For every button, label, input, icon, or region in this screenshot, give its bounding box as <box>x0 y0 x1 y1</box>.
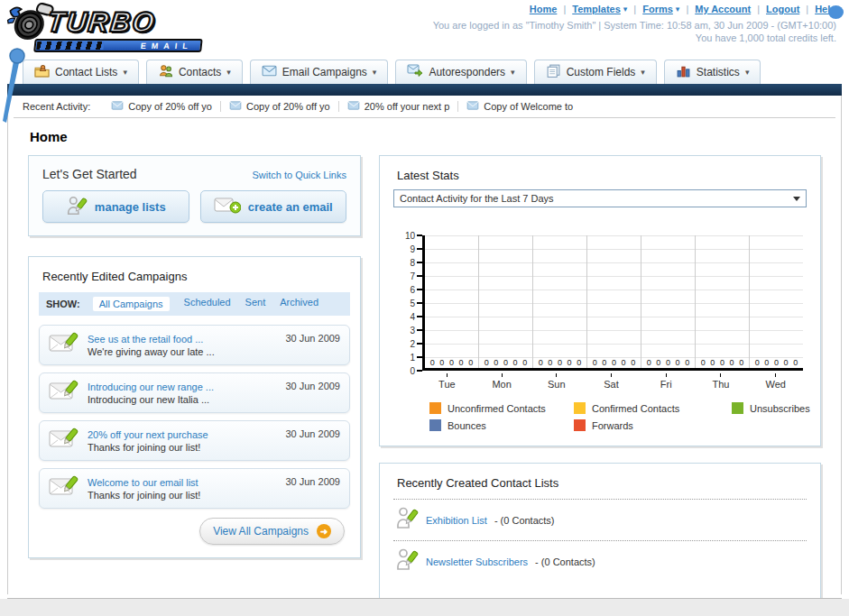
tab-contact-lists[interactable]: Contact Lists▾ <box>23 60 139 84</box>
value-label: 0 <box>730 358 734 367</box>
main-nav-tabs: Contact Lists▾Contacts▾Email Campaigns▾A… <box>0 58 849 84</box>
nav-link-home[interactable]: Home <box>530 4 558 14</box>
folder-user-icon <box>34 64 50 81</box>
x-axis-day: Sat <box>584 373 639 390</box>
contact-list-item[interactable]: Newsletter Subscribers- (0 Contacts) <box>393 540 807 582</box>
view-all-campaigns-button[interactable]: View All Campaigns ➜ <box>199 518 345 545</box>
campaign-item[interactable]: 20% off your next purchaseThanks for joi… <box>39 420 350 461</box>
filter-all-campaigns[interactable]: All Campaigns <box>93 297 170 311</box>
y-tick-label: 8 <box>410 258 415 268</box>
campaign-title-link[interactable]: Introducing our new range ... <box>88 382 277 392</box>
campaign-title-link[interactable]: See us at the retail food ... <box>88 334 277 345</box>
y-tick-label: 7 <box>410 271 415 281</box>
value-label: 0 <box>577 358 581 367</box>
get-started-panel: Let's Get Started Switch to Quick Links <box>28 155 361 236</box>
filter-links: All CampaignsScheduledSentArchived <box>93 297 318 311</box>
nav-link-logout[interactable]: Logout <box>766 4 799 14</box>
recent-activity-item[interactable]: Copy of 20% off yo <box>220 101 338 112</box>
tab-email-campaigns[interactable]: Email Campaigns▾ <box>250 60 389 84</box>
envelope-pencil-icon <box>49 474 79 502</box>
manage-lists-button[interactable]: manage lists <box>42 190 189 223</box>
value-label: 0 <box>784 358 789 367</box>
contact-list-items: Exhibition List- (0 Contacts)Newsletter … <box>393 499 807 582</box>
page-title: Home <box>30 129 821 144</box>
value-label: 0 <box>622 358 626 367</box>
nav-link-templates[interactable]: Templates <box>572 4 621 14</box>
campaign-text: See us at the retail food ...We're givin… <box>88 334 277 357</box>
x-axis-day: Sun <box>529 373 584 390</box>
value-label: 0 <box>593 358 597 367</box>
manage-lists-label: manage lists <box>95 200 166 214</box>
campaign-item[interactable]: Welcome to our email listThanks for join… <box>39 468 350 509</box>
nav-link-my-account[interactable]: My Account <box>695 4 751 14</box>
tab-label: Contact Lists <box>55 66 117 78</box>
tab-statistics[interactable]: Statistics▾ <box>664 60 761 84</box>
bar-chart-icon <box>676 64 691 81</box>
legend-swatch <box>574 402 586 414</box>
filter-archived[interactable]: Archived <box>280 297 318 311</box>
stats-period-select[interactable]: Contact Activity for the Last 7 Days <box>393 189 807 207</box>
value-label: 0 <box>774 358 779 367</box>
series-value-labels: 00000 <box>696 358 749 367</box>
x-tick-mark <box>502 373 503 377</box>
filter-sent[interactable]: Sent <box>245 297 266 311</box>
page: TURBO EMAIL HomeTemplates▾Forms▾My Accou… <box>0 0 849 616</box>
series-value-labels: 00000 <box>425 358 478 367</box>
value-label: 0 <box>755 358 760 367</box>
envelope-icon <box>262 64 277 80</box>
switch-to-quick-links-link[interactable]: Switch to Quick Links <box>252 170 346 180</box>
chart-day-group: 00000 <box>750 235 803 368</box>
legend-item: Unconfirmed Contacts <box>429 402 574 414</box>
x-axis-day: Wed <box>748 373 803 390</box>
contact-list-item[interactable]: Exhibition List- (0 Contacts) <box>393 499 807 540</box>
legend-item: Forwards <box>574 419 732 431</box>
value-label: 0 <box>602 358 606 367</box>
tab-autoresponders[interactable]: Autoresponders▾ <box>395 60 526 84</box>
y-tick-label: 9 <box>410 244 415 254</box>
tab-contacts[interactable]: Contacts▾ <box>146 60 243 84</box>
login-status: You are logged in as "Timothy Smith" | S… <box>433 19 836 44</box>
value-label: 0 <box>631 358 635 367</box>
envelope-icon <box>347 101 360 112</box>
chart-day-group: 00000 <box>696 235 750 368</box>
y-tick-label: 4 <box>410 312 415 322</box>
value-label: 0 <box>439 358 444 367</box>
recent-activity-item[interactable]: Copy of 20% off yo <box>103 101 220 112</box>
top-nav-item: Home <box>530 4 558 14</box>
tab-custom-fields[interactable]: Custom Fields▾ <box>534 60 657 84</box>
value-label: 0 <box>522 358 527 367</box>
campaign-title-link[interactable]: 20% off your next purchase <box>88 429 277 440</box>
help-bubble-icon[interactable] <box>828 5 844 19</box>
value-label: 0 <box>449 358 454 367</box>
app-logo: TURBO EMAIL <box>3 3 225 52</box>
chart-y-axis: 109876543210 <box>399 233 422 373</box>
person-pencil-icon <box>395 506 419 534</box>
contact-list-link[interactable]: Exhibition List <box>426 515 487 526</box>
x-tick-mark <box>720 373 721 377</box>
legend-swatch <box>429 402 441 414</box>
recent-activity-items: Copy of 20% off yoCopy of 20% off yo20% … <box>103 101 581 112</box>
nav-link-forms[interactable]: Forms <box>642 4 673 14</box>
create-email-label: create an email <box>248 200 333 214</box>
recent-activity-text: 20% off your next p <box>365 101 450 112</box>
campaigns-title: Recently Edited Campaigns <box>42 270 350 283</box>
navy-divider-bar <box>7 84 842 96</box>
value-label: 0 <box>558 358 562 367</box>
envelope-icon <box>229 101 242 112</box>
recent-activity-item[interactable]: Copy of Welcome to <box>457 101 581 112</box>
create-email-button[interactable]: create an email <box>200 190 347 223</box>
y-tick-label: 10 <box>405 231 415 241</box>
campaign-item[interactable]: Introducing our new range ...Introducing… <box>39 372 350 413</box>
recent-activity-label: Recent Activity: <box>23 101 90 112</box>
contact-list-link[interactable]: Newsletter Subscribers <box>426 556 528 567</box>
campaign-title-link[interactable]: Welcome to our email list <box>88 477 277 488</box>
recent-activity-item[interactable]: 20% off your next p <box>338 101 458 112</box>
filter-scheduled[interactable]: Scheduled <box>184 297 231 311</box>
legend-label: Unsubscribes <box>750 403 810 414</box>
series-value-labels: 00000 <box>750 358 803 367</box>
tab-label: Statistics <box>697 66 740 78</box>
legend-swatch <box>732 402 743 414</box>
campaign-list: See us at the retail food ...We're givin… <box>39 325 350 509</box>
chart-plot-area: 00000000000000000000000000000000000 <box>422 235 803 371</box>
campaign-item[interactable]: See us at the retail food ...We're givin… <box>39 325 350 365</box>
